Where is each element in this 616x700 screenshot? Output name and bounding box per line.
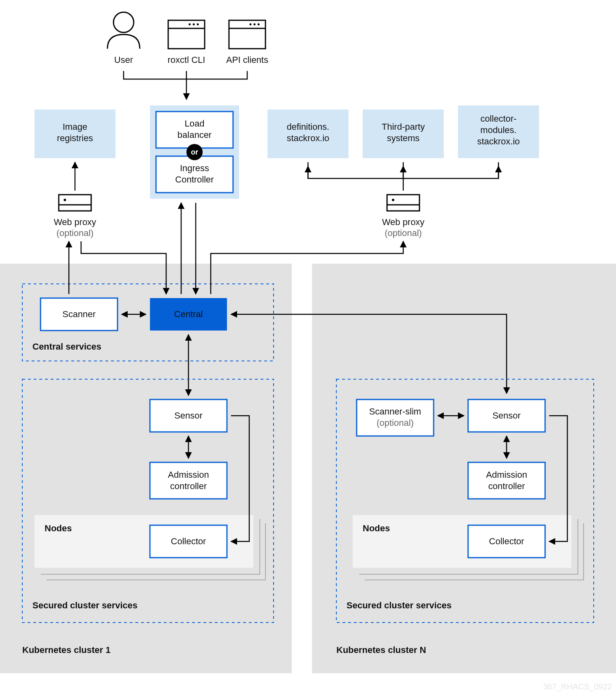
secured-n-title: Secured cluster services <box>346 600 451 610</box>
web-proxy-right-label: Web proxy <box>382 217 425 227</box>
watermark: 367_RHACS_0922 <box>543 682 612 691</box>
svg-point-4 <box>193 24 195 26</box>
cluster-n-bg <box>312 264 616 673</box>
user-icon <box>107 12 140 49</box>
cluster-n-title: Kubernetes cluster N <box>336 645 426 655</box>
web-proxy-left-label: Web proxy <box>54 217 96 227</box>
scanner-slim-label: Scanner-slim <box>369 406 421 417</box>
central-services-title: Central services <box>32 341 101 352</box>
svg-point-13 <box>64 199 66 201</box>
svg-point-16 <box>392 199 394 201</box>
svg-point-0 <box>113 12 134 32</box>
nodes-n-label: Nodes <box>363 523 390 533</box>
admission-1-box <box>150 462 227 499</box>
user-label: User <box>114 55 133 65</box>
api-label: API clients <box>226 55 268 65</box>
collector-n-label: Collector <box>489 536 524 546</box>
sensor-1-label: Sensor <box>174 410 203 421</box>
architecture-diagram: User roxctl CLI API clients Imageregistr… <box>0 0 616 700</box>
collector-modules-label: collector-modules.stackrox.io <box>477 114 520 146</box>
web-proxy-left-icon <box>59 195 91 211</box>
svg-rect-14 <box>387 195 419 211</box>
web-proxy-right-sub: (optional) <box>385 228 422 238</box>
actors-to-lb-connector <box>124 71 247 99</box>
api-icon <box>229 20 265 49</box>
scanner-label: Scanner <box>62 309 96 319</box>
scanner-slim-sub: (optional) <box>376 418 414 428</box>
sensor-n-label: Sensor <box>492 410 521 421</box>
nodes-1-label: Nodes <box>45 523 72 533</box>
secured-1-title: Secured cluster services <box>32 600 137 610</box>
or-label: or <box>191 148 198 156</box>
svg-point-5 <box>189 24 191 26</box>
svg-point-3 <box>197 24 199 26</box>
web-proxy-left-sub: (optional) <box>56 228 94 238</box>
central-label: Central <box>174 309 203 319</box>
web-proxy-right-icon <box>387 195 419 211</box>
roxctl-label: roxctl CLI <box>168 55 205 65</box>
svg-point-9 <box>254 24 256 26</box>
svg-point-10 <box>250 24 252 26</box>
svg-point-8 <box>258 24 260 26</box>
svg-rect-11 <box>59 195 91 211</box>
collector-1-label: Collector <box>171 536 206 546</box>
cluster-1-title: Kubernetes cluster 1 <box>22 645 111 655</box>
svg-rect-1 <box>168 20 205 49</box>
svg-rect-6 <box>229 20 265 49</box>
roxctl-icon <box>168 20 205 49</box>
admission-n-box <box>468 462 545 499</box>
